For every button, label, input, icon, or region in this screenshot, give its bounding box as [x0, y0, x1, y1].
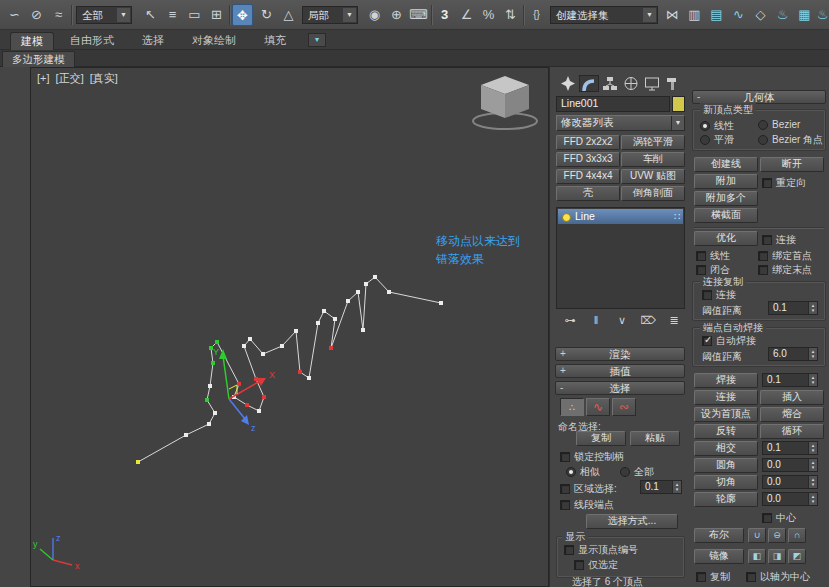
lock-handles-checkbox[interactable]: 锁定控制柄: [560, 450, 624, 464]
area-selection-checkbox[interactable]: 区域选择:: [560, 482, 617, 496]
fillet-spinner[interactable]: 0.0 ▴▾: [762, 458, 818, 472]
stack-item-line[interactable]: Line ∷: [558, 209, 683, 224]
render-icon[interactable]: ♨: [812, 4, 829, 26]
checkbox[interactable]: [762, 178, 772, 188]
pin-stack-icon[interactable]: ⊶: [558, 313, 582, 328]
mirror-copy-checkbox[interactable]: 复制: [696, 570, 730, 584]
segment-mode-icon[interactable]: ∿: [586, 398, 610, 416]
selected-only-checkbox[interactable]: 仅选定: [574, 558, 618, 572]
configure-modifier-sets-icon[interactable]: ≣: [662, 313, 686, 328]
spline-mode-icon[interactable]: ∾: [612, 398, 636, 416]
weld-button[interactable]: 焊接: [694, 373, 758, 388]
show-end-result-icon[interactable]: ‖: [584, 313, 608, 328]
outline-spinner[interactable]: 0.0 ▴▾: [762, 492, 818, 506]
radio[interactable]: [700, 121, 710, 131]
fillet-button[interactable]: 圆角: [694, 458, 758, 473]
checkbox[interactable]: [758, 251, 768, 261]
copy-button[interactable]: 复制: [576, 431, 626, 446]
about-pivot-checkbox[interactable]: 以轴为中心: [746, 570, 810, 584]
modifier-button-lathe[interactable]: 车削: [621, 152, 685, 167]
paste-button[interactable]: 粘贴: [630, 431, 680, 446]
snap-toggle-icon[interactable]: 3: [434, 4, 455, 26]
select-by-name-icon[interactable]: ≡: [162, 4, 183, 26]
radio[interactable]: [758, 135, 768, 145]
mirror-button[interactable]: 镜像: [694, 549, 744, 564]
cross-section-button[interactable]: 横截面: [694, 208, 758, 223]
connect-copy-checkbox[interactable]: 连接: [702, 288, 736, 302]
radio[interactable]: [566, 467, 576, 477]
curve-editor-icon[interactable]: ∿: [728, 4, 749, 26]
vertex-type-smooth-radio[interactable]: 平滑: [700, 133, 734, 147]
cross-insert-button[interactable]: 相交: [694, 441, 758, 456]
ribbon-options-icon[interactable]: ▾: [308, 33, 326, 47]
mirror-both-icon[interactable]: ◩: [788, 549, 806, 564]
vertex-type-bezier-corner-radio[interactable]: Bezier 角点: [758, 133, 823, 147]
rollout-selection[interactable]: - 选择: [555, 381, 685, 395]
checkbox[interactable]: [696, 265, 706, 275]
modifier-button-bevel-profile[interactable]: 倒角剖面: [621, 186, 685, 201]
checkbox[interactable]: [696, 251, 706, 261]
unlink-selection-icon[interactable]: ⊘: [26, 4, 47, 26]
vertex-type-linear-radio[interactable]: 线性: [700, 119, 734, 133]
modifier-button-turbosmooth[interactable]: 涡轮平滑: [621, 135, 685, 150]
radio[interactable]: [758, 120, 768, 130]
checkbox[interactable]: [564, 545, 574, 555]
boolean-intersect-icon[interactable]: ∩: [788, 528, 806, 543]
modifier-list-dropdown[interactable]: 修改器列表 ▼: [556, 115, 685, 131]
edit-named-selections-icon[interactable]: {}: [526, 4, 547, 26]
modifier-stack[interactable]: Line ∷: [556, 207, 685, 309]
auto-weld-checkbox[interactable]: 自动焊接: [702, 334, 756, 348]
boolean-union-icon[interactable]: ∪: [748, 528, 766, 543]
modifier-button-ffd2[interactable]: FFD 2x2x2: [556, 135, 620, 150]
tab-selection[interactable]: 选择: [132, 32, 174, 50]
object-name-field[interactable]: Line001: [556, 96, 670, 112]
segment-end-checkbox[interactable]: 线段端点: [560, 498, 614, 512]
attach-button[interactable]: 附加: [694, 174, 758, 189]
tab-polygon-modeling[interactable]: 多边形建模: [2, 51, 75, 67]
object-color-swatch[interactable]: [672, 96, 685, 112]
create-line-button[interactable]: 创建线: [694, 157, 758, 172]
spinner-snap-icon[interactable]: ⇅: [500, 4, 521, 26]
modifier-button-uvwmap[interactable]: UVW 贴图: [621, 169, 685, 184]
select-and-rotate-icon[interactable]: ↻: [256, 4, 277, 26]
viewcube[interactable]: [467, 72, 543, 132]
all-radio[interactable]: 全部: [620, 465, 654, 479]
checkbox[interactable]: [696, 572, 706, 582]
fuse-button[interactable]: 熔合: [760, 407, 824, 422]
spline-vertices[interactable]: [136, 275, 443, 464]
insert-button[interactable]: 插入: [760, 390, 824, 405]
select-object-icon[interactable]: ↖: [140, 4, 161, 26]
angle-snap-icon[interactable]: ∠: [456, 4, 477, 26]
checkbox[interactable]: [560, 452, 570, 462]
viewport[interactable]: [+] [正交] [真实]: [30, 67, 549, 587]
tab-freeform[interactable]: 自由形式: [60, 32, 124, 50]
utilities-tab-icon[interactable]: [663, 75, 683, 92]
modifier-button-ffd4[interactable]: FFD 4x4x4: [556, 169, 620, 184]
boolean-subtract-icon[interactable]: ⊖: [768, 528, 786, 543]
checkbox[interactable]: [574, 560, 584, 570]
rollout-geometry[interactable]: - 几何体: [692, 90, 826, 104]
rollout-rendering[interactable]: + 渲染: [555, 347, 685, 361]
tab-object-paint[interactable]: 对象绘制: [182, 32, 246, 50]
rectangular-selection-icon[interactable]: ▭: [184, 4, 205, 26]
reorient-checkbox[interactable]: 重定向: [762, 176, 806, 190]
hierarchy-tab-icon[interactable]: [600, 75, 620, 92]
select-and-scale-icon[interactable]: △: [278, 4, 299, 26]
select-by-button[interactable]: 选择方式...: [586, 514, 678, 529]
refine-connect-checkbox[interactable]: 连接: [762, 233, 796, 247]
threshold-spinner[interactable]: 0.1 ▴▾: [768, 301, 818, 315]
boolean-button[interactable]: 布尔: [694, 528, 744, 543]
percent-snap-icon[interactable]: %: [478, 4, 499, 26]
show-vertex-numbers-checkbox[interactable]: 显示顶点编号: [564, 543, 638, 557]
mirror-h-icon[interactable]: ◧: [748, 549, 766, 564]
bind-first-checkbox[interactable]: 绑定首点: [758, 249, 812, 263]
modify-tab-icon[interactable]: [579, 75, 599, 92]
alike-radio[interactable]: 相似: [566, 465, 600, 479]
align-icon[interactable]: ▥: [684, 4, 705, 26]
checkbox[interactable]: [758, 265, 768, 275]
cross-insert-spinner[interactable]: 0.1 ▴▾: [762, 441, 818, 455]
refine-button[interactable]: 优化: [694, 231, 758, 246]
make-first-button[interactable]: 设为首顶点: [694, 407, 758, 422]
display-tab-icon[interactable]: [642, 75, 662, 92]
use-pivot-center-icon[interactable]: ◉: [364, 4, 385, 26]
